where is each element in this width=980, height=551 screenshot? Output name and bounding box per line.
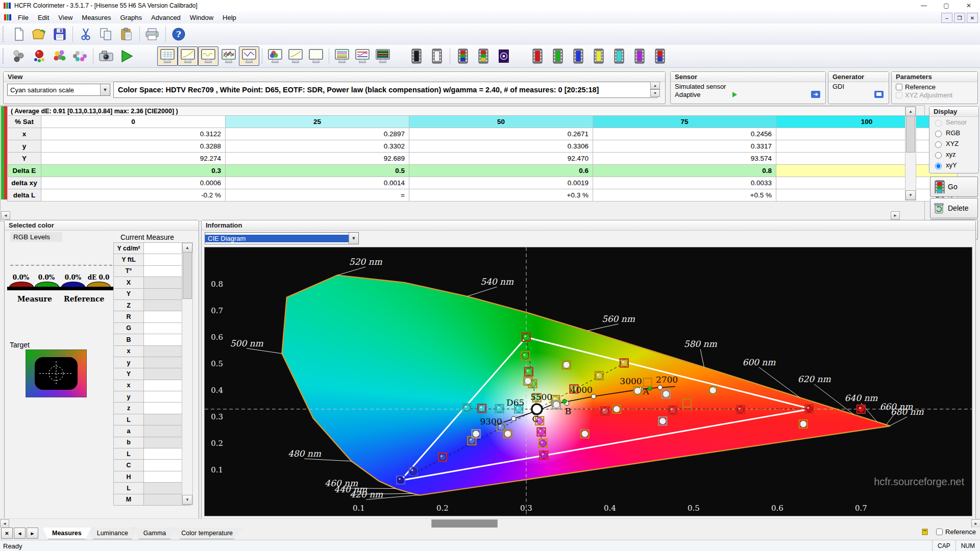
view-preset-dropdown[interactable]: Cyan saturation scale ▼ [7,84,110,96]
go-button[interactable]: 0">Go [930,177,978,197]
measure-red-button[interactable] [29,46,50,66]
cell-value[interactable]: 93.574 [593,153,776,165]
cell-value[interactable]: 0.8 [593,165,776,177]
menu-item-view[interactable]: View [54,12,77,23]
continuous-measure-button[interactable] [70,46,90,66]
mdi-restore-button[interactable]: ❐ [954,13,965,23]
cell-value[interactable]: 0.0014 [226,177,409,189]
save-button[interactable] [50,24,70,44]
row-label[interactable]: delta xy [8,177,41,189]
graph-saturation-button[interactable] [332,46,352,66]
scroll-right-icon[interactable]: ► [971,519,980,528]
cell-value[interactable]: 0.3122 [41,128,226,140]
pattern-secondary-red-button[interactable] [650,46,670,66]
cell-value[interactable]: 0.6 [409,165,593,177]
status-reference-checkbox[interactable] [936,529,943,535]
menu-item-help[interactable]: Help [218,12,241,23]
scroll-left-icon[interactable]: ◄ [0,519,9,528]
scroll-thumb[interactable] [183,252,192,299]
scroll-left-icon[interactable]: ◄ [1,211,10,220]
scroll-thumb[interactable] [906,116,915,153]
pattern-green-button[interactable] [548,46,568,66]
pattern-white-button[interactable] [427,46,447,66]
open-button[interactable] [29,24,50,44]
help-button[interactable]: ? [168,24,189,44]
current-measure-scrollbar[interactable]: ▲ ▼ [182,242,193,505]
graph-nearwhite-button[interactable] [373,46,393,66]
display-option-xyy[interactable]: xyY [929,160,978,170]
snapshot-button[interactable] [96,46,116,66]
spinner-down-icon[interactable]: ▼ [650,89,660,97]
close-tab-icon[interactable]: ✕ [1,528,13,539]
mdi-minimize-button[interactable]: – [941,13,952,23]
row-label[interactable]: x [8,128,41,140]
cell-value[interactable]: 92.689 [226,153,409,165]
cell-value[interactable]: 0.3 [41,165,226,177]
row-label[interactable]: Delta E [8,165,41,177]
print-button[interactable] [142,24,163,44]
cut-button[interactable] [76,24,96,44]
scroll-up-icon[interactable]: ▲ [182,243,192,253]
graph-cie-button[interactable] [265,46,285,66]
tab-luminance[interactable]: Luminance [87,528,138,539]
measure-colors-button[interactable] [50,46,70,66]
col-header-25[interactable]: 25 [226,116,409,128]
sensor-config-button[interactable] [9,46,29,66]
cell-value[interactable]: = [226,189,409,202]
spinner-up-icon[interactable]: ▲ [650,82,660,89]
cell-value[interactable]: 0.3288 [41,140,226,153]
menu-item-measures[interactable]: Measures [77,12,115,23]
cell-value[interactable]: 0.0006 [41,177,226,189]
chevron-down-icon[interactable]: ▼ [349,233,358,244]
tab-gamma[interactable]: Gamma [134,528,176,539]
information-view-dropdown[interactable]: CIE Diagram ▼ [205,232,359,244]
close-button[interactable]: ✕ [958,0,980,11]
target-color-box[interactable] [26,349,87,397]
display-option-rgb[interactable]: RGB [929,128,978,138]
cell-value[interactable]: -0.2 % [41,189,226,202]
graph-gamma-button[interactable] [178,46,198,66]
cell-value[interactable]: 0.0033 [593,177,776,189]
maximize-button[interactable]: ▢ [935,0,958,11]
col-header-50[interactable]: 50 [409,116,593,128]
menu-item-file[interactable]: File [13,12,33,23]
graph-secondary-button[interactable] [285,46,306,66]
chevron-down-icon[interactable]: ▼ [100,84,110,95]
tab-measures[interactable]: Measures [42,528,91,539]
col-header-0[interactable]: 0 [41,116,226,128]
pattern-yellow-button[interactable] [589,46,609,66]
pattern-red-button[interactable] [527,46,548,66]
cell-value[interactable]: 0.3302 [226,140,409,153]
menu-item-window[interactable]: Window [185,12,218,23]
reference-checkbox[interactable] [896,84,902,90]
measures-vscrollbar[interactable]: ▲ ▼ [905,106,916,201]
cell-value[interactable]: 0.3317 [593,140,776,153]
mdi-close-button[interactable]: ✕ [967,13,978,23]
copy-button[interactable] [96,24,116,44]
run-measures-button[interactable] [116,46,137,66]
pattern-blue-button[interactable] [568,46,589,66]
row-label[interactable]: Y [8,153,41,165]
pattern-magenta-button[interactable] [629,46,650,66]
menu-item-edit[interactable]: Edit [33,12,54,23]
radio-xyz[interactable] [935,152,942,159]
minimize-button[interactable]: — [913,0,935,11]
scroll-up-icon[interactable]: ▲ [905,107,916,116]
scroll-down-icon[interactable]: ▼ [182,495,192,505]
pattern-black-button[interactable] [406,46,427,66]
display-option-sensor[interactable]: Sensor [929,117,978,128]
cell-value[interactable]: 92.274 [41,153,226,165]
menu-item-graphs[interactable]: Graphs [115,12,146,23]
tab-next-icon[interactable]: ► [27,528,38,539]
pattern-colors-button[interactable] [473,46,494,66]
cell-value[interactable]: 0.2671 [409,128,593,140]
tab-color-temperature[interactable]: Color temperature [172,528,242,539]
row-label[interactable]: y [8,140,41,153]
pattern-grayscale-button[interactable] [453,46,473,66]
new-button[interactable] [9,24,29,44]
delete-button[interactable]: Delete [930,198,978,218]
radio-rgb[interactable] [935,131,942,137]
menu-item-advanced[interactable]: Advanced [146,12,185,23]
display-option-xyz[interactable]: xyz [929,149,978,160]
pattern-cyan-button[interactable] [609,46,629,66]
